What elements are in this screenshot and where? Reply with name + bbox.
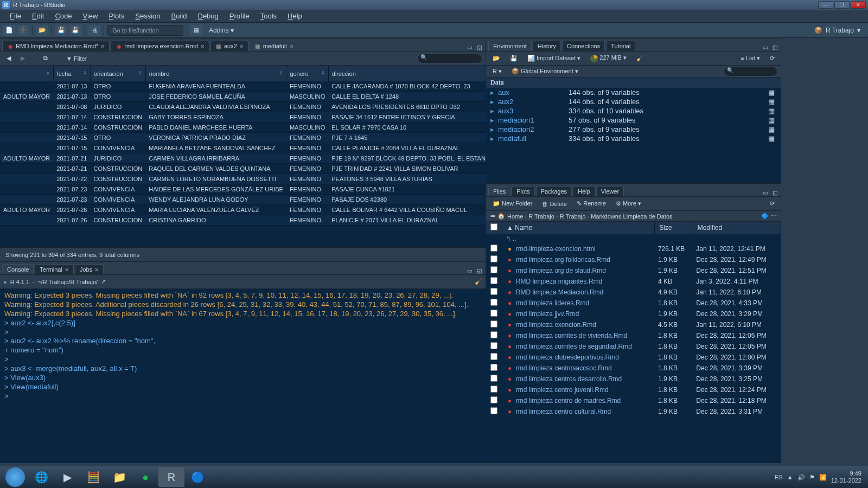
table-row[interactable]: 2021-07-15CONVIVENCIAMARIANELA BETZABE S…	[0, 143, 486, 153]
refresh-icon[interactable]: ⟳	[767, 199, 778, 208]
breadcrumb-item[interactable]: Home	[507, 213, 523, 220]
file-row[interactable]: rmd limpieza centro de madres.Rmd1.8 KBD…	[486, 395, 781, 406]
editor-tab[interactable]: ▦mediafull✕	[250, 41, 298, 51]
file-row[interactable]: rmd limpieza centro cultural.Rmd1.9 KBDe…	[486, 406, 781, 417]
expand-icon[interactable]: ▸	[490, 88, 498, 97]
import-dataset-dropdown[interactable]: 📊 Import Dataset ▾	[524, 54, 584, 63]
spotify-icon[interactable]: ●	[132, 467, 158, 487]
console-tab-console[interactable]: Console	[2, 264, 34, 274]
menu-build[interactable]: Build	[166, 11, 193, 21]
env-tab-tutorial[interactable]: Tutorial	[606, 41, 635, 51]
delete-button[interactable]: 🗑 Delete	[539, 200, 570, 208]
table-row[interactable]: 2021-07-14CONSTRUCCIONPABLO DANIEL MARCH…	[0, 123, 486, 133]
file-name[interactable]: RMD limpieza Mediacion.Rmd	[516, 288, 603, 296]
expand-icon[interactable]: ▸	[490, 116, 498, 124]
menu-edit[interactable]: Edit	[27, 11, 49, 21]
file-row[interactable]: rmd limpieza jjvv.Rmd1.9 KBDec 28, 2021,…	[486, 309, 781, 319]
file-name[interactable]: rmd limpieza comites de vivienda.Rmd	[516, 332, 627, 339]
env-object[interactable]: ▸aux3334 obs. of 10 variables▦	[486, 106, 781, 115]
menu-profile[interactable]: Profile	[224, 11, 255, 21]
file-row[interactable]: rmd limpieza org de slaud.Rmd1.9 KBDec 2…	[486, 265, 781, 276]
select-all-checkbox[interactable]	[490, 223, 497, 230]
file-row[interactable]: RMD limpieza migrantes.Rmd4 KBJan 3, 202…	[486, 276, 781, 287]
back-icon[interactable]: ◀	[3, 54, 14, 63]
file-checkbox[interactable]	[490, 375, 497, 382]
file-checkbox[interactable]	[490, 288, 497, 295]
breadcrumb-item[interactable]: R Trabajo	[528, 213, 554, 220]
column-header[interactable]: fecha⇕	[53, 66, 90, 81]
new-file-icon[interactable]: 📄	[3, 25, 15, 36]
close-tab-icon[interactable]: ✕	[289, 43, 293, 49]
expand-icon[interactable]: ▸	[490, 125, 498, 133]
grid-icon[interactable]: ▦	[190, 25, 202, 36]
file-name[interactable]: rmd limpieza lideres.Rmd	[516, 299, 589, 307]
sort-modified[interactable]: Modified	[693, 222, 781, 234]
maximize-button[interactable]: ❐	[834, 1, 850, 9]
file-checkbox[interactable]	[490, 353, 497, 360]
file-row[interactable]: rmd limpieza exencion.Rmd4.5 KBJan 11, 2…	[486, 319, 781, 330]
table-row[interactable]: 2021-07-14CONSTRUCCIONGABY TORRES ESPINO…	[0, 112, 486, 123]
sort-size[interactable]: Size	[655, 222, 693, 234]
editor-tab[interactable]: ▦aux2✕	[210, 41, 248, 51]
table-row[interactable]: 2021-07-23CONVIVENCIAHAIDÉE DE LAS MERCE…	[0, 184, 486, 195]
files-tab-plots[interactable]: Plots	[512, 186, 534, 196]
file-checkbox[interactable]	[490, 245, 497, 252]
chrome-icon[interactable]: 🔵	[184, 467, 210, 487]
menu-code[interactable]: Code	[49, 11, 77, 21]
list-view-dropdown[interactable]: ≡ List ▾	[737, 54, 763, 63]
breadcrumb-item[interactable]: Markdowns Limpieza de Datos	[591, 213, 672, 220]
pane-min-icon[interactable]: ▭	[761, 189, 769, 196]
close-tab-icon[interactable]: ✕	[239, 43, 244, 49]
file-list[interactable]: ▲ NameSizeModified↰ .. rmd-limpieza-exen…	[486, 222, 781, 463]
file-name[interactable]: rmd limpieza centro de madres.Rmd	[516, 397, 621, 404]
close-button[interactable]: ✕	[851, 1, 866, 9]
table-row[interactable]: 2021-07-08JURIDICOCLAUDIA ALEJANDRA VALD…	[0, 102, 486, 112]
home-icon[interactable]: 🏠	[497, 213, 505, 220]
close-tab-icon[interactable]: ✕	[200, 43, 205, 49]
file-name[interactable]: rmd limpieza jjvv.Rmd	[516, 310, 579, 318]
column-header[interactable]: genero⇕	[286, 66, 328, 81]
env-tab-environment[interactable]: Environment	[488, 41, 532, 51]
open-file-icon[interactable]: 📂	[36, 25, 48, 36]
ie-icon[interactable]: 🌐	[28, 467, 54, 487]
up-dir-row[interactable]: ↰ ..	[486, 234, 781, 243]
file-name[interactable]: rmd limpieza centros desarrollo.Rmd	[516, 375, 622, 383]
more-path-icon[interactable]: ⋯	[771, 213, 777, 220]
expand-icon[interactable]: ▸	[490, 107, 498, 115]
close-tab-icon[interactable]: ✕	[100, 43, 105, 49]
env-object[interactable]: ▸aux2144 obs. of 4 variables▦	[486, 97, 781, 106]
file-checkbox[interactable]	[490, 266, 497, 273]
new-folder-button[interactable]: 📁 New Folder	[489, 199, 535, 208]
addins-dropdown[interactable]: Addins ▾	[205, 25, 238, 35]
column-header[interactable]: direccion⇕	[328, 66, 486, 81]
view-grid-icon[interactable]: ▦	[768, 134, 777, 143]
close-tab-icon[interactable]: ✕	[65, 267, 69, 273]
new-project-icon[interactable]: ➕	[17, 25, 29, 36]
file-row[interactable]: rmd limpieza centros desarrollo.Rmd1.9 K…	[486, 374, 781, 384]
console-output[interactable]: Warning: Expected 3 pieces. Missing piec…	[0, 289, 486, 463]
table-row[interactable]: 2021-07-23CONVIVENCIAWENDY ALEJANDRA LUN…	[0, 195, 486, 205]
global-env-dropdown[interactable]: 📦 Global Environment ▾	[508, 67, 582, 76]
more-dropdown[interactable]: ⚙ More ▾	[612, 199, 644, 208]
view-grid-icon[interactable]: ▦	[768, 107, 777, 115]
table-row[interactable]: 2021-07-15OTROVERONICA PATRICIA PRADO DI…	[0, 133, 486, 143]
network-icon[interactable]: 📶	[819, 474, 827, 481]
pane-max-icon[interactable]: ◱	[475, 43, 483, 51]
env-object[interactable]: ▸mediafull334 obs. of 9 variables▦	[486, 134, 781, 143]
file-name[interactable]: rmd limpieza org folkloricas.Rmd	[516, 256, 610, 264]
env-object[interactable]: ▸mediacion2277 obs. of 9 variables▦	[486, 125, 781, 134]
clock[interactable]: 9:49 12-01-2022	[831, 470, 861, 484]
file-checkbox[interactable]	[490, 364, 497, 371]
file-checkbox[interactable]	[490, 299, 497, 306]
expand-icon[interactable]: ▸	[490, 98, 498, 106]
file-name[interactable]: rmd-limpieza-exencion.html	[516, 245, 596, 253]
file-checkbox[interactable]	[490, 407, 497, 414]
forward-icon[interactable]: ▶	[17, 54, 28, 63]
file-row[interactable]: rmd limpieza centrosaccsoc.Rmd1.8 KBDec …	[486, 363, 781, 374]
tray-up-icon[interactable]: ▲	[787, 474, 793, 480]
language-indicator[interactable]: ES	[775, 474, 783, 480]
goto-file-input[interactable]: Go to file/function	[107, 25, 183, 36]
menu-debug[interactable]: Debug	[193, 11, 224, 21]
table-row[interactable]: ADULTO MAYOR2021-07-13OTROJOSE FEDERICO …	[0, 92, 486, 102]
pane-min-icon[interactable]: ▭	[465, 43, 474, 51]
